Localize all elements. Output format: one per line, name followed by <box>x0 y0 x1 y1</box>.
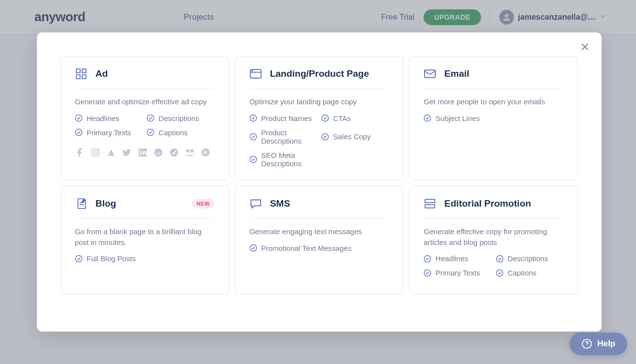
svg-point-41 <box>496 270 503 276</box>
close-icon[interactable]: ✕ <box>580 41 590 53</box>
document-edit-icon <box>75 197 88 210</box>
svg-point-6 <box>148 115 154 121</box>
help-button[interactable]: Help <box>570 333 627 355</box>
svg-rect-1 <box>76 69 80 73</box>
svg-point-39 <box>496 255 503 262</box>
feature-item: Subject Lines <box>424 114 564 122</box>
feature-item: Headlines <box>75 114 143 122</box>
mail-icon <box>424 67 436 80</box>
card-desc: Go from a blank page to a brilliant blog… <box>75 226 215 248</box>
pinterest-icon <box>201 148 211 157</box>
card-sms[interactable]: SMS Generate engaging text messages Prom… <box>235 186 404 294</box>
svg-point-11 <box>97 150 98 151</box>
svg-point-17 <box>159 152 160 153</box>
svg-point-14 <box>140 149 141 151</box>
svg-point-15 <box>154 148 163 156</box>
new-badge: NEW <box>191 199 214 209</box>
svg-point-19 <box>186 149 190 152</box>
cards-grid: Ad Generate and optimize effective ad co… <box>61 56 578 294</box>
svg-point-21 <box>202 148 210 156</box>
card-title: Ad <box>95 68 108 79</box>
svg-rect-30 <box>424 70 435 77</box>
card-title: Blog <box>95 198 116 209</box>
card-desc: Generate and optimize effective ad copy <box>75 96 215 107</box>
feature-item: Headlines <box>424 254 491 263</box>
svg-point-29 <box>250 156 256 162</box>
card-desc: Get more people to open your emails <box>424 96 564 107</box>
feature-item: Primary Texts <box>75 128 143 137</box>
card-title: Landing/Product Page <box>270 68 369 79</box>
card-title: Editorial Promotion <box>444 198 531 209</box>
card-email[interactable]: Email Get more people to open your email… <box>409 56 578 180</box>
svg-point-20 <box>190 149 194 152</box>
svg-point-40 <box>424 270 431 276</box>
svg-point-43 <box>586 346 587 346</box>
card-desc: Optimize your landing page copy <box>249 96 390 107</box>
svg-rect-37 <box>425 205 435 208</box>
svg-point-7 <box>75 129 82 136</box>
project-type-modal: ✕ Ad Generate and optimize effective ad … <box>37 32 602 332</box>
svg-point-10 <box>94 151 97 154</box>
help-label: Help <box>597 339 615 349</box>
svg-point-8 <box>148 129 154 136</box>
svg-rect-13 <box>140 151 141 155</box>
svg-point-35 <box>250 244 256 251</box>
verizon-icon <box>169 148 179 157</box>
feature-item: Product Descriptions <box>249 128 317 145</box>
feature-item: Descriptions <box>496 254 564 263</box>
svg-rect-3 <box>76 75 80 79</box>
chat-icon <box>249 197 262 210</box>
social-icons-row <box>75 148 215 157</box>
instagram-icon <box>91 148 100 157</box>
card-editorial[interactable]: Editorial Promotion Generate effective c… <box>409 186 578 294</box>
grid-icon <box>75 67 88 80</box>
layout-icon <box>424 197 436 210</box>
twitter-icon <box>122 148 132 157</box>
svg-point-28 <box>322 133 328 140</box>
taboola-icon <box>185 148 195 157</box>
google-ads-icon <box>106 148 116 157</box>
feature-item: Sales Copy <box>321 128 389 145</box>
card-blog[interactable]: Blog NEW Go from a blank page to a brill… <box>61 186 229 294</box>
feature-item: Promotional Text Messages <box>249 244 390 252</box>
svg-point-38 <box>424 255 431 262</box>
feature-item: Descriptions <box>147 114 214 122</box>
feature-item: Primary Texts <box>424 269 491 277</box>
svg-rect-36 <box>425 199 435 203</box>
svg-point-5 <box>75 115 82 121</box>
svg-point-25 <box>250 115 256 121</box>
svg-point-27 <box>250 133 256 140</box>
feature-item: CTAs <box>321 114 389 122</box>
card-landing-page[interactable]: Landing/Product Page Optimize your landi… <box>235 56 404 180</box>
feature-item: Full Blog Posts <box>75 254 215 263</box>
svg-point-16 <box>156 152 157 153</box>
card-title: SMS <box>270 198 290 209</box>
linkedin-icon <box>138 148 148 157</box>
svg-rect-2 <box>82 69 86 73</box>
browser-icon <box>249 67 262 80</box>
feature-item: Product Names <box>249 114 317 122</box>
svg-point-26 <box>322 115 328 121</box>
card-desc: Generate effective copy for promoting ar… <box>424 226 564 248</box>
svg-point-34 <box>75 255 82 262</box>
feature-item: SEO Meta Descriptions <box>249 151 317 168</box>
svg-point-24 <box>251 70 252 71</box>
reddit-icon <box>153 148 163 157</box>
facebook-icon <box>75 148 85 157</box>
svg-rect-4 <box>82 75 86 79</box>
card-title: Email <box>444 68 469 79</box>
svg-point-31 <box>424 115 431 121</box>
card-ad[interactable]: Ad Generate and optimize effective ad co… <box>61 56 229 180</box>
card-desc: Generate engaging text messages <box>249 226 390 237</box>
feature-item: Captions <box>496 269 564 277</box>
feature-item: Captions <box>147 128 214 137</box>
